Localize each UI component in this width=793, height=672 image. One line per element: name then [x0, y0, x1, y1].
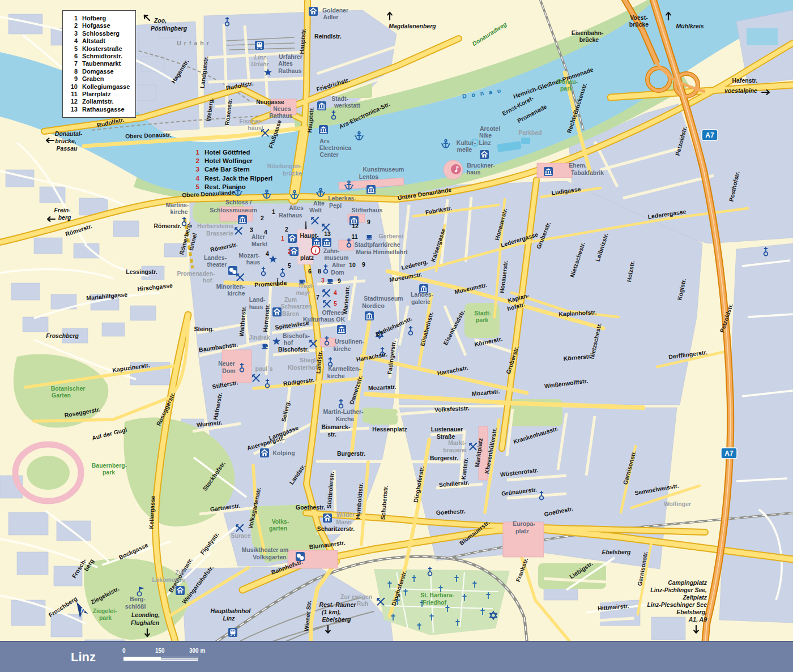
street-legend: 1Hofberg2Hofgasse3Schlossberg4Altstadt5K… — [62, 10, 136, 118]
map-label: paul´s — [255, 365, 273, 372]
map-label: voestalpine — [724, 87, 757, 94]
map-label: Lustenauer — [431, 426, 463, 433]
map-label: Ebelsberg — [602, 549, 631, 555]
map-label: Leberkas- — [328, 195, 356, 202]
map-label: Rathaus — [279, 212, 302, 219]
map-label: Rest. Rauner — [319, 601, 357, 608]
map-label: Ebelsberg, — [676, 609, 707, 615]
map-label: Kolping — [272, 450, 295, 456]
map-label: Pepi — [329, 202, 342, 209]
map-label: Ebelsberg — [322, 616, 351, 623]
map-label: 13 — [324, 230, 331, 237]
map-label: Flughafen — [131, 619, 159, 626]
map-label: Klosterhof — [288, 364, 318, 371]
map-label: Neuer — [218, 360, 235, 367]
map-label: Lokomotive — [152, 576, 186, 583]
map-label: Stadt- — [331, 95, 348, 102]
hotel-icon — [309, 7, 318, 16]
map-label: Voest- — [630, 14, 648, 21]
map-label: 5 — [288, 262, 291, 269]
map-label: Schlossmuseum — [210, 207, 257, 213]
map-label: Welt — [309, 207, 322, 213]
svg-text:A7: A7 — [724, 450, 734, 457]
map-label: Burgerstr. — [337, 450, 365, 457]
map-label: Bischofs- — [283, 332, 310, 339]
map-label: Landes- — [204, 254, 227, 261]
motorway-badge: A7 — [702, 130, 718, 140]
map-label: Passau — [57, 145, 78, 152]
map-label: N — [80, 607, 85, 614]
map-label: 8 — [318, 268, 321, 275]
map-label: Neugasse — [256, 99, 284, 105]
map-label: Ruh — [357, 600, 368, 607]
map-label: 6 — [308, 268, 312, 275]
scale-zero: 0 — [122, 648, 126, 654]
map-label: str. — [327, 431, 336, 438]
map-label: Dom — [331, 269, 344, 276]
map-label: Stadt- — [474, 310, 491, 316]
museum-icon — [365, 311, 374, 320]
map-canvas[interactable]: i DonauDonauradwegHeinrich-Gleißner-Prom… — [0, 0, 793, 672]
map-label: Stadtpfarrkirche — [354, 241, 400, 248]
map-label: 9 — [367, 219, 370, 225]
map-label: Mariä Himmelfahrt — [356, 249, 408, 255]
map-label: 2 — [288, 248, 291, 255]
legend-item: 2Hofgasse — [67, 22, 130, 29]
map-label: hof — [203, 277, 212, 284]
map-label: brücke — [579, 36, 599, 43]
map-label: Zum — [284, 296, 297, 303]
map-label: Ars — [319, 138, 330, 144]
map-label: Hafenstr. — [732, 77, 758, 84]
map-label: theater — [207, 261, 227, 268]
map-label: park — [103, 469, 115, 476]
map-label: kirche — [327, 373, 345, 379]
map-label: haus — [246, 259, 261, 266]
map-label: 7 — [316, 294, 319, 301]
legend-item: 5Rest. Pianino — [191, 183, 272, 191]
map-label: platz — [515, 528, 529, 534]
map-label: Ziegelei- — [93, 607, 117, 614]
map-label: Bismarck- — [322, 423, 351, 430]
poi-legend: 1Hotel Göttfried2Hotel Wolfinger3Café Ba… — [191, 148, 272, 191]
map-label: Zur — [176, 569, 185, 576]
museum-icon — [544, 167, 553, 176]
map-label: Schloss / — [225, 199, 251, 206]
info-icon: i — [312, 246, 320, 255]
map-label: kirche — [334, 345, 351, 352]
map-label: mayr — [296, 289, 310, 296]
map-label: park — [99, 614, 112, 621]
motorway-badge: A7 — [721, 448, 737, 459]
poi-legend-list: 1Hotel Göttfried2Hotel Wolfinger3Café Ba… — [191, 148, 272, 191]
map-label: Tabakfabrik — [571, 169, 604, 176]
map-label: brücke — [283, 170, 302, 177]
map-label: 9 — [362, 261, 365, 268]
map-label: Volksgarten — [253, 554, 286, 560]
legend-item: 1Hofberg — [67, 15, 130, 22]
map-label: Eisenbahn- — [572, 29, 604, 36]
museum-icon — [337, 325, 346, 334]
map-label: Römerstr. — [154, 222, 181, 229]
legend-item: 10Kollegiumgasse — [67, 83, 130, 91]
map-label: Adler — [323, 14, 339, 20]
legend-item: 9Graben — [67, 75, 130, 83]
map-label: Haupt- — [300, 232, 319, 239]
map-label: hof — [284, 339, 293, 346]
museum-icon — [322, 238, 331, 247]
map-label: 9 — [338, 277, 341, 284]
map-label: Electronica — [319, 144, 352, 151]
map-label: Alter — [332, 262, 346, 268]
legend-item: 7Taubenmarkt — [67, 60, 130, 67]
map-label: Donautal- — [55, 130, 83, 137]
map-label: Bären — [282, 310, 299, 317]
map-label: Froschberg — [46, 332, 79, 339]
map-label: Traxl- — [298, 283, 314, 289]
map-label: Parkbad — [518, 129, 542, 136]
scale-end: 300 m — [189, 648, 205, 654]
map-label: 2 — [261, 215, 264, 221]
map-label: 10 — [349, 262, 356, 268]
map-label: Herbersteins — [197, 222, 233, 229]
legend-item: 5Klosterstraße — [67, 45, 130, 53]
map-label: Minoriten- — [216, 283, 245, 290]
map-label: 3 — [321, 277, 325, 284]
map-label: park — [476, 316, 488, 323]
